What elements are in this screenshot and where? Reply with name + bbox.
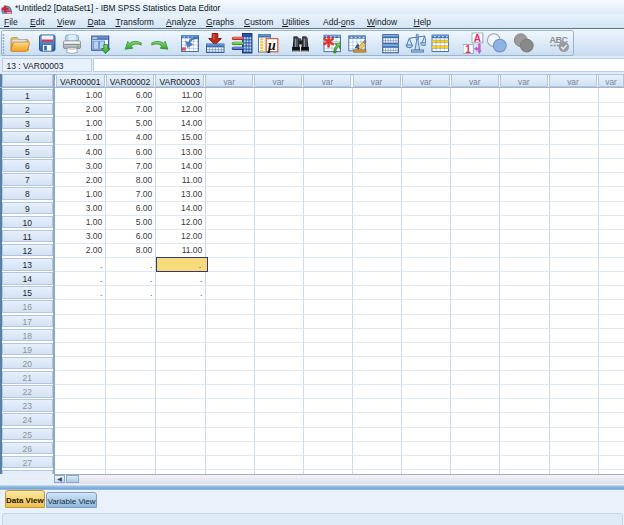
svg-text:A: A xyxy=(473,33,480,44)
svg-text:μ: μ xyxy=(267,38,276,53)
svg-text:1: 1 xyxy=(465,44,471,54)
